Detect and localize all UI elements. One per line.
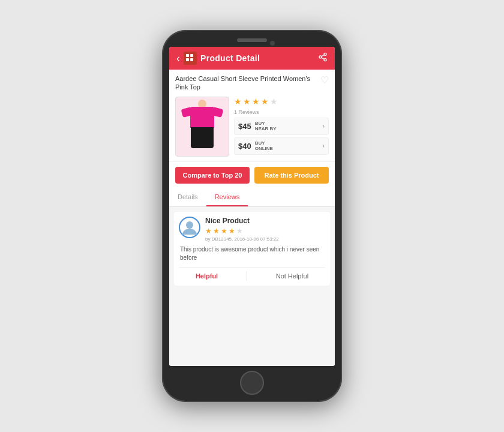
review-star-4: ★ (229, 227, 235, 235)
reviews-count: 1 Reviews (234, 109, 329, 115)
svg-rect-0 (186, 54, 189, 57)
divider (247, 271, 247, 281)
home-button[interactable] (240, 371, 264, 395)
phone-screen: ‹ Product Detail (169, 47, 335, 366)
product-section: Aardee Casual Short Sleeve Printed Women… (169, 70, 335, 161)
star-5: ★ (270, 97, 278, 106)
price-row-nearby[interactable]: $45 BUYNEAR BY › (234, 118, 329, 135)
price-label-online: BUYONLINE (255, 140, 273, 152)
rate-button[interactable]: Rate this Product (254, 167, 329, 184)
svg-line-7 (322, 58, 325, 59)
price-label-nearby: BUYNEAR BY (255, 121, 277, 132)
review-meta: by DB12345, 2016-10-06 07:53:22 (205, 236, 325, 242)
review-title-col: Nice Product ★ ★ ★ ★ ★ by DB12345, 2016-… (205, 217, 325, 242)
price-online: $40 (238, 142, 251, 151)
price-info-online: $40 BUYONLINE (238, 140, 273, 152)
star-4: ★ (261, 97, 269, 106)
price-info-nearby: $45 BUYNEAR BY (238, 121, 277, 132)
star-3: ★ (252, 97, 260, 106)
compare-button[interactable]: Compare to Top 20 (175, 167, 250, 184)
review-rating-stars: ★ ★ ★ ★ ★ (205, 227, 325, 235)
product-info: ★ ★ ★ ★ ★ 1 Reviews $45 BUYNEAR BY › (234, 97, 329, 157)
svg-rect-3 (190, 58, 193, 61)
product-figure (184, 100, 220, 154)
rating-stars: ★ ★ ★ ★ ★ (234, 97, 329, 106)
back-button[interactable]: ‹ (176, 52, 180, 65)
price-row-online[interactable]: $40 BUYONLINE › (234, 137, 329, 155)
review-star-5: ★ (236, 227, 243, 235)
reviews-section: Nice Product ★ ★ ★ ★ ★ by DB12345, 2016-… (169, 207, 335, 366)
tab-reviews[interactable]: Reviews (206, 188, 248, 206)
svg-point-5 (319, 56, 322, 58)
review-title: Nice Product (205, 217, 325, 225)
action-buttons: Compare to Top 20 Rate this Product (169, 161, 335, 188)
tabs-bar: Details Reviews (169, 188, 335, 207)
review-actions: Helpful Not Helpful (179, 267, 325, 281)
svg-point-4 (324, 53, 326, 55)
share-icon[interactable] (318, 52, 328, 64)
product-name: Aardee Casual Short Sleeve Printed Women… (175, 74, 318, 92)
svg-point-6 (324, 59, 326, 61)
tab-details[interactable]: Details (169, 188, 206, 206)
svg-rect-1 (190, 54, 193, 57)
star-2: ★ (243, 97, 251, 106)
avatar (179, 217, 200, 238)
product-image (175, 97, 229, 157)
helpful-button[interactable]: Helpful (191, 271, 223, 281)
svg-point-9 (186, 221, 193, 229)
price-nearby: $45 (238, 122, 251, 131)
product-name-row: Aardee Casual Short Sleeve Printed Women… (175, 74, 329, 92)
chevron-icon-nearby: › (322, 122, 325, 130)
chevron-icon-online: › (322, 142, 325, 150)
header-left: ‹ Product Detail (176, 52, 260, 65)
review-text: This product is awesome product which i … (179, 245, 325, 262)
grid-icon (184, 52, 197, 65)
review-card: Nice Product ★ ★ ★ ★ ★ by DB12345, 2016-… (174, 212, 330, 286)
wishlist-icon[interactable]: ♡ (320, 74, 329, 86)
phone-camera (270, 41, 275, 46)
review-star-2: ★ (213, 227, 220, 235)
page-title: Product Detail (200, 53, 260, 63)
product-content: ★ ★ ★ ★ ★ 1 Reviews $45 BUYNEAR BY › (175, 97, 329, 157)
svg-line-8 (322, 55, 325, 56)
phone-frame: ‹ Product Detail (162, 30, 342, 402)
phone-speaker (237, 38, 267, 42)
star-1: ★ (234, 97, 242, 106)
review-star-1: ★ (205, 227, 212, 235)
review-header: Nice Product ★ ★ ★ ★ ★ by DB12345, 2016-… (179, 217, 325, 242)
svg-rect-2 (186, 58, 189, 61)
app-header: ‹ Product Detail (169, 47, 335, 70)
not-helpful-button[interactable]: Not Helpful (271, 271, 313, 281)
review-star-3: ★ (221, 227, 227, 235)
